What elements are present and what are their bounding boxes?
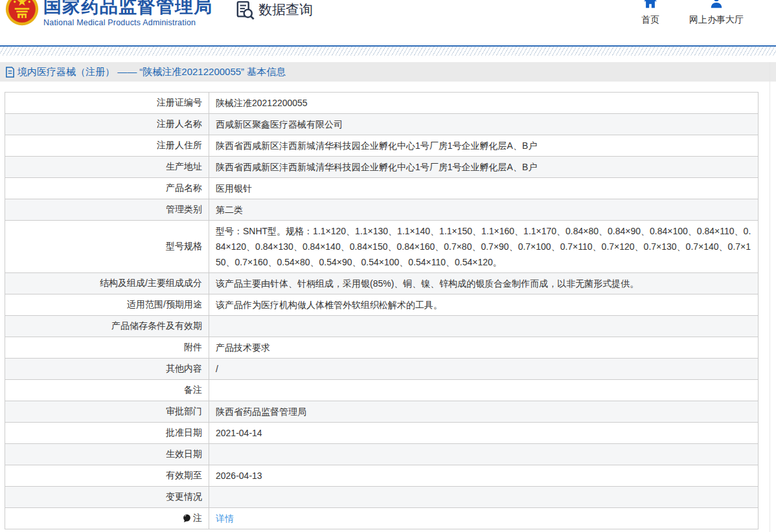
table-row: 生产地址 陕西省西咸新区沣西新城清华科技园企业孵化中心1号厂房1号企业孵化层A、…	[5, 157, 758, 178]
row-label-cell: 管理类别	[5, 199, 209, 220]
nav-home-label: 首页	[641, 14, 659, 26]
row-label: 审批部门	[166, 406, 202, 417]
row-value: /	[209, 359, 758, 379]
row-value	[209, 316, 758, 337]
nmpa-emblem-logo	[5, 0, 39, 26]
row-label-cell: 变更情况	[5, 487, 209, 507]
row-label-cell: 注	[5, 508, 209, 529]
breadcrumb: 境内医疗器械（注册） —— “陕械注准20212200055” 基本信息	[0, 62, 776, 82]
row-value: 第二类	[209, 199, 758, 220]
user-icon	[709, 0, 724, 9]
table-row: 批准日期 2021-04-14	[5, 423, 758, 444]
row-value: 详情	[209, 508, 758, 529]
row-label-cell: 适用范围/预期用途	[5, 294, 209, 315]
table-row: 其他内容 /	[5, 359, 758, 380]
row-label-cell: 注册人名称	[5, 114, 209, 135]
row-value: 产品技术要求	[209, 337, 758, 358]
row-value: 该产品作为医疗机构做人体椎管外软组织松解术的工具。	[209, 294, 758, 315]
row-label: 有效期至	[166, 470, 202, 482]
row-label-cell: 产品名称	[5, 178, 209, 199]
row-value	[209, 380, 758, 401]
row-label: 备注	[184, 384, 202, 396]
row-label-cell: 产品储存条件及有效期	[5, 316, 209, 337]
row-label: 批准日期	[166, 427, 202, 439]
site-title-en: National Medical Products Administration	[43, 18, 212, 27]
row-value: 医用银针	[209, 178, 758, 199]
row-label-cell: 其他内容	[5, 359, 209, 379]
table-row: 结构及组成/主要组成成分 该产品主要由针体、针柄组成，采用银(85%)、铜、镍、…	[5, 273, 758, 294]
detail-link[interactable]: 详情	[216, 511, 234, 526]
site-header: 国家药品监督管理局 National Medical Products Admi…	[0, 0, 776, 45]
row-label: 变更情况	[166, 491, 202, 503]
top-nav: 首页 网上办事大厅	[641, 0, 744, 26]
document-icon	[5, 67, 15, 78]
row-label: 注册人名称	[157, 118, 202, 130]
row-value	[209, 487, 758, 507]
table-row: 产品名称 医用银针	[5, 178, 758, 199]
row-value: 型号：SNHT型。规格：1.1×120、1.1×130、1.1×140、1.1×…	[209, 221, 758, 272]
table-row: 产品储存条件及有效期	[5, 316, 758, 337]
data-query-section[interactable]: 数据查询	[236, 1, 313, 20]
row-label: 适用范围/预期用途	[127, 299, 202, 311]
table-row: 适用范围/预期用途 该产品作为医疗机构做人体椎管外软组织松解术的工具。	[5, 294, 758, 316]
row-label: 生效日期	[166, 449, 202, 460]
row-label-cell: 生产地址	[5, 157, 209, 177]
row-label-cell: 注册证编号	[5, 93, 209, 113]
row-value: 陕西省药品监督管理局	[209, 401, 758, 422]
table-row: 附件 产品技术要求	[5, 337, 758, 359]
diagonal-stripe-band	[0, 47, 776, 56]
row-value: 陕械注准20212200055	[209, 93, 758, 113]
breadcrumb-text: 境内医疗器械（注册） —— “陕械注准20212200055” 基本信息	[17, 66, 286, 78]
page-right-border	[770, 62, 770, 532]
row-label: 其他内容	[166, 363, 202, 375]
row-label-cell: 型号规格	[5, 221, 209, 272]
table-row: 备注	[5, 380, 758, 401]
table-row: 审批部门 陕西省药品监督管理局	[5, 401, 758, 423]
document-search-icon	[236, 1, 255, 20]
row-value: 2021-04-14	[209, 423, 758, 443]
row-label-cell: 生效日期	[5, 444, 209, 465]
row-value: 西咸新区聚鑫医疗器械有限公司	[209, 114, 758, 135]
table-row: 有效期至 2026-04-13	[5, 465, 758, 487]
row-value	[209, 444, 758, 465]
table-row: 型号规格 型号：SNHT型。规格：1.1×120、1.1×130、1.1×140…	[5, 221, 758, 273]
table-row: 注册人名称 西咸新区聚鑫医疗器械有限公司	[5, 114, 758, 135]
table-row: 注 详情	[5, 508, 758, 529]
detail-table-wrap: 注册证编号 陕械注准20212200055 注册人名称 西咸新区聚鑫医疗器械有限…	[5, 92, 759, 529]
row-value: 该产品主要由针体、针柄组成，采用银(85%)、铜、镍、锌构成的银质合金制作而成，…	[209, 273, 758, 294]
row-value: 2026-04-13	[209, 465, 758, 486]
row-label-cell: 有效期至	[5, 465, 209, 486]
row-label: 产品储存条件及有效期	[111, 320, 202, 332]
row-label: 型号规格	[166, 241, 202, 252]
row-label-cell: 附件	[5, 337, 209, 358]
row-label: 注册证编号	[157, 97, 202, 109]
row-label-cell: 注册人住所	[5, 135, 209, 156]
home-icon	[643, 0, 657, 9]
row-label-cell: 备注	[5, 380, 209, 401]
row-label: 管理类别	[166, 204, 202, 216]
table-row: 注册人住所 陕西省西咸新区沣西新城清华科技园企业孵化中心1号厂房1号企业孵化层A…	[5, 135, 758, 157]
table-row: 注册证编号 陕械注准20212200055	[5, 93, 758, 114]
nav-service-hall[interactable]: 网上办事大厅	[689, 0, 744, 26]
table-row: 管理类别 第二类	[5, 199, 758, 221]
spacer	[0, 56, 776, 62]
note-balloon-icon	[183, 514, 191, 523]
row-label: 生产地址	[166, 161, 202, 173]
table-row: 生效日期	[5, 444, 758, 465]
row-label-cell: 结构及组成/主要组成成分	[5, 273, 209, 294]
row-label-cell: 审批部门	[5, 401, 209, 422]
data-query-label: 数据查询	[258, 1, 313, 19]
brand-block: 国家药品监督管理局 National Medical Products Admi…	[43, 0, 212, 27]
info-table: 注册证编号 陕械注准20212200055 注册人名称 西咸新区聚鑫医疗器械有限…	[5, 92, 759, 529]
row-label: 注册人住所	[157, 140, 202, 151]
row-value: 陕西省西咸新区沣西新城清华科技园企业孵化中心1号厂房1号企业孵化层A、B户	[209, 157, 758, 177]
row-label: 附件	[184, 342, 202, 353]
nav-service-hall-label: 网上办事大厅	[689, 14, 744, 26]
nav-home[interactable]: 首页	[641, 0, 659, 26]
table-row: 变更情况	[5, 487, 758, 508]
row-value: 陕西省西咸新区沣西新城清华科技园企业孵化中心1号厂房1号企业孵化层A、B户	[209, 135, 758, 156]
site-title-cn: 国家药品监督管理局	[43, 0, 212, 16]
row-label: 结构及组成/主要组成成分	[100, 278, 202, 289]
row-label: 产品名称	[166, 183, 202, 194]
row-label-cell: 批准日期	[5, 423, 209, 443]
